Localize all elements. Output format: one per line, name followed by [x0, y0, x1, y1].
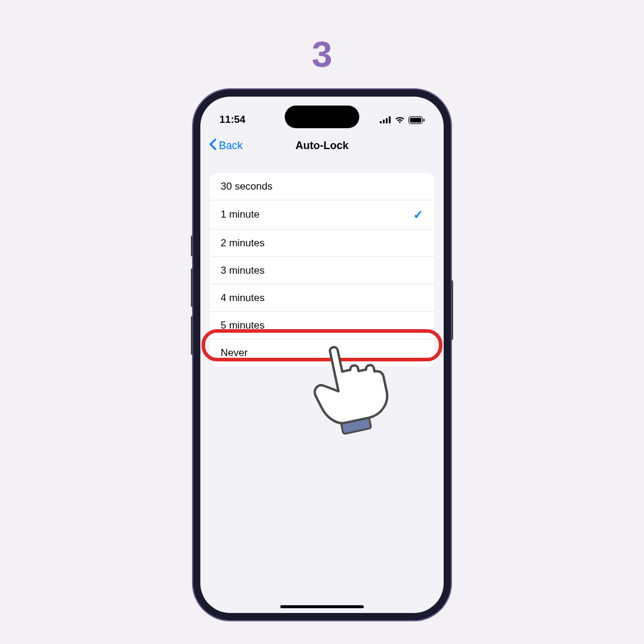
status-time: 11:54 [219, 114, 245, 126]
home-indicator[interactable] [280, 605, 364, 608]
option-label: 3 minutes [221, 265, 265, 277]
option-label: 1 minute [221, 209, 259, 221]
chevron-left-icon [209, 138, 216, 153]
phone-power-button [451, 280, 453, 340]
svg-rect-3 [389, 116, 391, 123]
option-never[interactable]: Never [210, 339, 434, 367]
option-4-minutes[interactable]: 4 minutes [210, 284, 434, 312]
option-1-minute[interactable]: 1 minute ✓ [210, 200, 434, 230]
option-label: 30 seconds [221, 181, 273, 193]
option-3-minutes[interactable]: 3 minutes [210, 257, 434, 284]
option-30-seconds[interactable]: 30 seconds [210, 173, 434, 200]
option-label: 2 minutes [221, 237, 265, 249]
svg-rect-1 [383, 120, 385, 124]
option-5-minutes[interactable]: 5 minutes [210, 312, 434, 339]
battery-icon [408, 116, 425, 124]
back-label: Back [219, 140, 243, 152]
page-title: Auto-Lock [296, 140, 349, 152]
phone-frame: 11:54 Back Auto-Lock [193, 89, 451, 620]
checkmark-icon: ✓ [413, 208, 423, 222]
wifi-icon [395, 116, 405, 123]
option-label: Never [221, 347, 247, 359]
svg-rect-6 [423, 119, 425, 122]
option-label: 5 minutes [221, 320, 265, 332]
option-2-minutes[interactable]: 2 minutes [210, 230, 434, 257]
svg-rect-0 [380, 121, 382, 123]
dynamic-island [285, 106, 360, 128]
options-list: 30 seconds 1 minute ✓ 2 minutes 3 minute… [210, 173, 434, 367]
cellular-icon [380, 116, 391, 123]
option-label: 4 minutes [221, 292, 265, 304]
phone-screen: 11:54 Back Auto-Lock [200, 97, 444, 613]
nav-bar: Back Auto-Lock [200, 131, 444, 160]
step-number: 3 [312, 33, 332, 75]
back-button[interactable]: Back [209, 138, 243, 153]
svg-rect-5 [410, 117, 422, 122]
svg-rect-2 [386, 118, 388, 123]
